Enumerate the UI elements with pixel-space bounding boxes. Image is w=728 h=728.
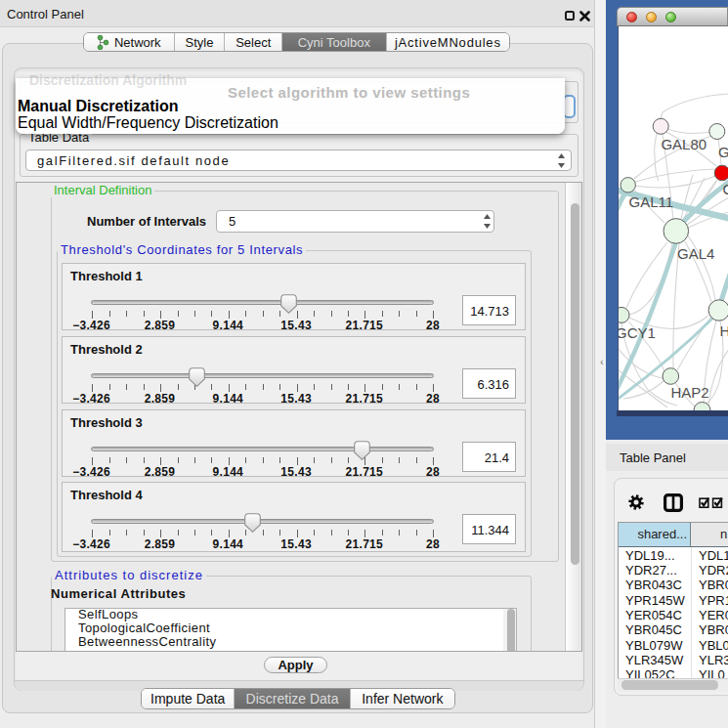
svg-text:H: H: [720, 322, 728, 339]
svg-text:GAL11: GAL11: [629, 193, 674, 210]
svg-text:GAL4: GAL4: [677, 245, 714, 262]
svg-text:GAL80: GAL80: [661, 136, 707, 152]
svg-text:C: C: [723, 181, 728, 197]
svg-text:G.: G.: [718, 144, 728, 160]
svg-text:GCY1: GCY1: [619, 324, 656, 341]
svg-text:HAP2: HAP2: [671, 384, 709, 401]
